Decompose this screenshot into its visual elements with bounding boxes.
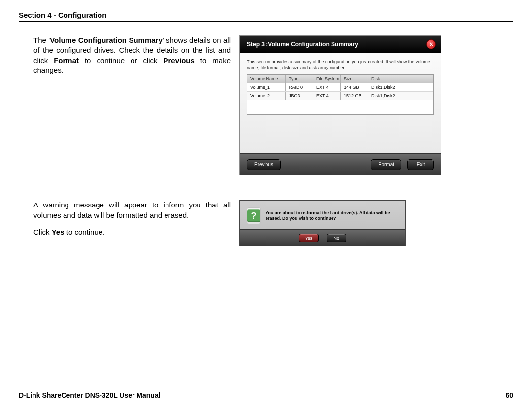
col-filesystem: File System <box>313 75 341 83</box>
col-size: Size <box>341 75 368 83</box>
t: to continue. <box>65 228 105 236</box>
cell: Volume_1 <box>247 83 286 91</box>
wizard-footer: Previous Format Exit <box>240 153 441 175</box>
table-row: Volume_1 RAID 0 EXT 4 344 GB Disk1,Disk2 <box>247 83 433 91</box>
close-icon[interactable]: ✕ <box>426 39 436 49</box>
manual-title: D-Link ShareCenter DNS-320L User Manual <box>19 391 161 399</box>
t: Yes <box>52 228 65 236</box>
cell: EXT 4 <box>313 92 341 100</box>
cell: Volume_2 <box>247 92 286 100</box>
body-text-2: A warning message will appear to inform … <box>19 200 231 246</box>
t: Volume Configuration Summary <box>50 36 163 44</box>
table-header: Volume Name Type File System Size Disk <box>247 75 433 83</box>
col-volume-name: Volume Name <box>247 75 286 83</box>
para3: Click Yes to continue. <box>33 227 231 237</box>
dialog-text: You are about to re-format the hard driv… <box>266 210 399 222</box>
section-header: Section 4 - Configuration <box>19 11 513 22</box>
wizard-description: This section provides a summary of the c… <box>240 53 441 74</box>
col-type: Type <box>286 75 313 83</box>
cell: Disk1,Disk2 <box>368 83 433 91</box>
cell: 1512 GB <box>341 92 368 100</box>
cell: RAID 0 <box>286 83 313 91</box>
previous-button[interactable]: Previous <box>247 159 281 170</box>
para2: A warning message will appear to inform … <box>33 200 231 220</box>
page-number: 60 <box>505 391 513 399</box>
cell: Disk1,Disk2 <box>368 92 433 100</box>
wizard-panel: Step 3 :Volume Configuration Summary ✕ T… <box>239 35 441 175</box>
question-icon: ? <box>247 207 261 224</box>
volume-table: Volume Name Type File System Size Disk V… <box>247 74 434 115</box>
dialog-footer: Yes No <box>240 229 405 246</box>
no-button[interactable]: No <box>327 234 346 242</box>
format-button[interactable]: Format <box>371 159 401 170</box>
cell: EXT 4 <box>313 83 341 91</box>
wizard-header: Step 3 :Volume Configuration Summary ✕ <box>240 36 441 53</box>
confirm-dialog: ? You are about to re-format the hard dr… <box>239 200 406 246</box>
t: Click <box>33 228 52 236</box>
col-disk: Disk <box>368 75 433 83</box>
t: Previous <box>164 56 195 65</box>
cell: 344 GB <box>341 83 368 91</box>
exit-button[interactable]: Exit <box>407 159 434 170</box>
t: to continue or click <box>79 56 164 65</box>
page-footer: D-Link ShareCenter DNS-320L User Manual … <box>19 388 513 399</box>
t: Format <box>54 56 79 65</box>
table-row: Volume_2 JBOD EXT 4 1512 GB Disk1,Disk2 <box>247 91 433 100</box>
yes-button[interactable]: Yes <box>299 234 319 242</box>
t: The ' <box>33 36 50 44</box>
body-text-1: The 'Volume Configuration Summary' shows… <box>19 35 231 175</box>
blank-row <box>247 100 433 114</box>
cell: JBOD <box>286 92 313 100</box>
wizard-title: Step 3 :Volume Configuration Summary <box>247 41 358 48</box>
